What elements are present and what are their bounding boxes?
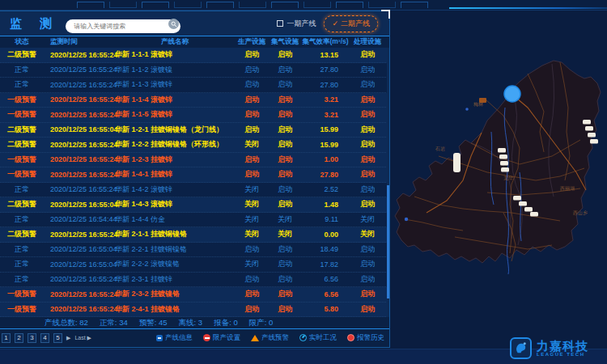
search-button[interactable] [168,19,179,29]
cell-line: 华新 1-2-3 挂镀锌 [113,154,235,165]
cell-status: 二级预警 [0,125,44,135]
legend-line-info[interactable]: 产线信息 [156,333,193,343]
cell-gas: 启动 [269,139,301,150]
cell-treat: 启动 [350,125,385,135]
table-row[interactable]: 正常2020/12/25 16:55:24华新 1-1-2 滚镀镍启动启动27.… [0,63,389,78]
map-marker[interactable] [500,161,508,166]
table-row[interactable]: 一级预警2020/12/25 16:55:24华新 1-1-5 滚镀锌启动启动3… [0,108,389,123]
cell-line: 华新 1-2-1 挂镀铜镍铬（龙门线） [113,125,235,135]
map-marker[interactable] [588,133,596,138]
map-marker[interactable] [499,154,507,159]
table-row[interactable]: 一级预警2020/12/25 16:55:24华新 1-2-3 挂镀锌启动启动1… [0,153,389,168]
cell-rate: 15.99 [301,141,350,149]
cell-prod: 启动 [235,304,269,315]
page-number[interactable]: 2 [15,333,23,343]
cell-gas: 启动 [269,95,301,105]
map-label: 龙华 [503,176,514,180]
device-cluster-circle[interactable] [504,86,520,102]
table-row[interactable]: 一级预警2020/12/25 16:55:24华新 2-3-2 挂镀镍铬启动启动… [0,287,389,303]
cell-gas: 启动 [269,79,301,90]
table-row[interactable]: 二级预警2020/12/25 16:55:04华新 1-4-3 滚镀锌关闭启动1… [0,197,389,213]
map-marker[interactable] [585,126,593,131]
page-number[interactable]: 1 [2,333,11,343]
cell-treat: 关闭 [350,229,385,239]
last-page-button[interactable]: Last ▶ [74,335,91,341]
scrollbar-track[interactable] [387,48,389,317]
cell-line: 华新 1-4-2 滚镀锌 [113,184,235,195]
cell-line: 华新 2-2-2 滚镀镍铬 [113,259,235,269]
cell-prod: 关闭 [235,214,269,225]
page-number[interactable]: 3 [28,333,36,343]
table-row[interactable]: 正常2020/12/25 16:55:04华新 2-2-2 滚镀镍铬关闭启动17… [0,257,389,273]
map-marker[interactable] [501,167,509,172]
table-row[interactable]: 二级预警2020/12/25 16:55:24华新 1-2-2 挂镀铜镍铬（环形… [0,138,389,153]
check-icon: ✓ [332,19,338,28]
cell-gas: 启动 [269,49,301,60]
logo-name: 力嘉科技 [537,340,588,352]
legend-line-warning[interactable]: 产线预警 [251,333,289,343]
map-label: 石岩 [435,146,445,152]
next-page-icon[interactable]: ▶ [66,335,70,341]
table-row[interactable]: 一级预警2020/12/25 16:55:24华新 2-4-1 挂镀镍铬启动启动… [0,303,389,318]
cell-rate: 3.21 [301,95,350,104]
map-marker[interactable] [524,207,533,212]
cell-line: 华新 1-1-4 滚镀锌 [113,95,235,105]
table-row[interactable]: 二级预警2020/12/25 16:55:04华新 1-2-1 挂镀铜镍铬（龙门… [0,123,389,138]
cell-treat: 启动 [350,49,385,60]
legend-limit-setting[interactable]: 限产设置 [203,333,240,343]
table-row[interactable]: 二级预警2020/12/25 16:55:24华新 2-1-1 挂镀铜镍铬关闭关… [0,227,389,243]
top-decorative-strip [0,0,607,11]
table-row[interactable]: 正常2020/12/25 16:55:24华新 1-4-2 滚镀锌关闭启动2.5… [0,183,389,198]
pagination: 1 2 3 4 5 ▶ Last ▶ [2,333,91,343]
map-marker[interactable] [590,139,598,144]
cell-status: 二级预警 [0,229,44,239]
table-row[interactable]: 正常2020/12/25 16:55:24华新 2-3-1 挂镀锌启动启动6.5… [0,273,389,288]
cell-gas: 启动 [269,109,301,120]
cell-rate: 18.49 [301,245,350,253]
phase2-button[interactable]: ✓ 二期产线 [324,15,378,32]
cell-rate: 27.80 [301,171,350,179]
summary-item: 预警: 45 [139,318,168,328]
col-line: 产线名称 [113,37,235,47]
cell-status: 正常 [0,259,44,269]
checkbox-icon[interactable] [277,20,283,27]
table-row[interactable]: 正常2020/12/25 16:54:44华新 1-4-4 仿金关闭关闭9.11… [0,213,389,228]
map-marker[interactable] [513,196,521,201]
cell-prod: 关闭 [235,139,269,150]
summary-item: 离线: 3 [179,318,203,328]
phase1-label: 一期产线 [287,19,316,29]
legend-realtime-status[interactable]: 实时工况 [299,333,337,343]
phase1-toggle[interactable]: 一期产线 [277,19,316,29]
scrollbar-thumb[interactable] [387,185,389,298]
map-tower-marker[interactable] [453,153,461,172]
cell-time: 2020/12/25 16:55:24 [44,155,113,163]
search-input[interactable] [66,19,180,33]
table-row[interactable]: 一级预警2020/12/25 16:55:24华新 1-4-1 挂镀锌启动启动2… [0,167,389,183]
table-row[interactable]: 二级预警2020/12/25 16:55:24华新 1-1-1 滚镀锌启动启动1… [0,48,389,63]
legend-label: 产线信息 [165,333,193,343]
table-row[interactable]: 一级预警2020/12/25 16:55:24华新 1-1-4 滚镀锌启动启动3… [0,93,389,108]
cell-gas: 关闭 [269,214,301,225]
cell-rate: 3.21 [301,111,350,119]
map-marker[interactable] [530,212,538,217]
cell-time: 2020/12/25 16:55:04 [44,245,113,253]
table-row[interactable]: 正常2020/12/25 16:55:04华新 2-2-1 挂镀铜镍铬启动启动1… [0,243,389,258]
page-number[interactable]: 5 [53,333,62,343]
cell-prod: 启动 [235,95,269,105]
map-marker[interactable] [519,201,527,206]
cell-time: 2020/12/25 16:55:24 [44,275,113,283]
cell-treat: 启动 [350,79,385,90]
cell-time: 2020/12/25 16:55:24 [44,185,113,193]
district-map[interactable]: 梅林石岩龙华西丽湖西山乡 [390,11,607,364]
cell-time: 2020/12/25 16:55:04 [44,125,113,133]
cell-prod: 关闭 [235,229,269,239]
map-marker[interactable] [583,120,591,125]
monitor-panel: 监 测 一期产线 ✓ 二期产线 状态 监测时间 产线名称 生产设施 集气设施 集… [0,11,390,348]
legend-alarm-history[interactable]: 报警历史 [347,333,384,343]
cell-status: 正常 [0,184,44,195]
page-number[interactable]: 4 [40,333,49,343]
table-row[interactable]: 正常2020/12/25 16:55:24华新 1-1-3 滚镀锌启动启动27.… [0,78,389,93]
search-box [66,17,180,31]
map-marker[interactable] [498,148,506,153]
cell-time: 2020/12/25 16:54:44 [44,215,113,223]
